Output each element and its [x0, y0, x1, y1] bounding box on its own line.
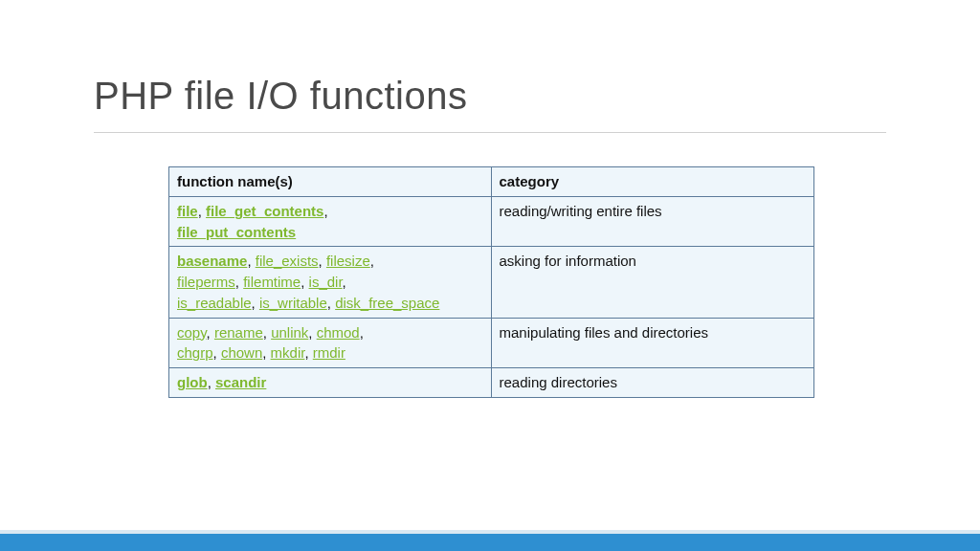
functions-cell: glob, scandir: [169, 368, 492, 398]
function-link[interactable]: filemtime: [243, 274, 301, 290]
separator: ,: [304, 344, 312, 361]
separator: ,: [343, 274, 346, 290]
header-functions: function name(s): [169, 167, 492, 197]
slide-title: PHP file I/O functions: [94, 75, 467, 118]
functions-cell: basename, file_exists, filesize, fileper…: [169, 247, 492, 318]
function-link[interactable]: file_put_contents: [177, 224, 296, 240]
function-link[interactable]: copy: [177, 324, 207, 341]
function-link[interactable]: fileperms: [177, 274, 235, 290]
separator: ,: [207, 324, 214, 341]
separator: ,: [263, 324, 271, 341]
separator: ,: [327, 295, 335, 311]
function-link[interactable]: file: [177, 203, 198, 219]
function-link[interactable]: file_exists: [256, 253, 319, 269]
separator: ,: [235, 274, 243, 290]
function-link[interactable]: rename: [214, 324, 263, 341]
table-row: glob, scandirreading directories: [169, 368, 814, 398]
separator: ,: [323, 203, 327, 219]
category-cell: asking for information: [491, 247, 813, 318]
function-link[interactable]: chgrp: [177, 344, 213, 361]
separator: ,: [319, 253, 326, 269]
separator: ,: [208, 374, 215, 390]
category-cell: manipulating files and directories: [491, 318, 813, 368]
footer-bar-inner: [0, 534, 980, 551]
functions-table: function name(s) category file, file_get…: [168, 166, 814, 398]
function-link[interactable]: glob: [177, 374, 208, 390]
separator: ,: [360, 324, 364, 341]
function-link[interactable]: disk_free_space: [335, 295, 439, 311]
separator: ,: [301, 274, 308, 290]
function-link[interactable]: file_get_contents: [206, 203, 323, 219]
function-link[interactable]: chmod: [317, 324, 360, 341]
function-link[interactable]: scandir: [215, 374, 266, 390]
slide: PHP file I/O functions function name(s) …: [0, 0, 980, 551]
table-header-row: function name(s) category: [169, 167, 814, 197]
separator: ,: [247, 253, 255, 269]
separator: ,: [308, 324, 316, 341]
function-link[interactable]: filesize: [326, 253, 370, 269]
function-link[interactable]: basename: [177, 253, 247, 269]
separator: ,: [213, 344, 221, 361]
function-link[interactable]: mkdir: [271, 344, 305, 361]
functions-cell: file, file_get_contents, file_put_conten…: [169, 196, 492, 247]
title-underline: [94, 132, 886, 133]
header-category: category: [491, 167, 813, 197]
category-cell: reading/writing entire files: [491, 196, 813, 247]
function-link[interactable]: is_dir: [309, 274, 343, 290]
function-link[interactable]: chown: [221, 344, 262, 361]
separator: ,: [262, 344, 270, 361]
table-row: copy, rename, unlink, chmod, chgrp, chow…: [169, 318, 814, 368]
category-cell: reading directories: [491, 368, 813, 398]
function-link[interactable]: unlink: [271, 324, 308, 341]
separator: ,: [252, 295, 259, 311]
function-link[interactable]: rmdir: [313, 344, 345, 361]
table-row: file, file_get_contents, file_put_conten…: [169, 196, 814, 247]
functions-cell: copy, rename, unlink, chmod, chgrp, chow…: [169, 318, 492, 368]
function-link[interactable]: is_writable: [259, 295, 327, 311]
separator: ,: [370, 253, 374, 269]
separator: ,: [198, 203, 206, 219]
table-row: basename, file_exists, filesize, fileper…: [169, 247, 814, 318]
function-link[interactable]: is_readable: [177, 295, 252, 311]
